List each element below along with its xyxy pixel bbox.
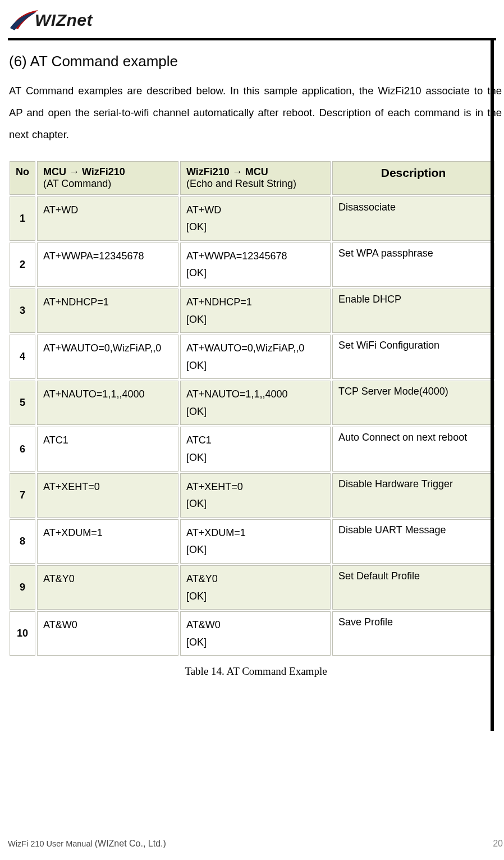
side-black-bar xyxy=(491,40,494,731)
cell-description: Disassociate xyxy=(332,196,494,241)
cell-description: Set WPA passphrase xyxy=(332,243,494,287)
cell-description: Set WiFi Configuration xyxy=(332,335,494,379)
cell-echo: ATC1[OK] xyxy=(180,427,331,471)
cell-command: ATC1 xyxy=(37,427,178,471)
cell-echo: AT+NDHCP=1[OK] xyxy=(180,289,331,333)
intro-paragraph: AT Command examples are described below.… xyxy=(9,80,502,146)
page-number: 20 xyxy=(493,839,503,849)
cell-echo: AT&W0[OK] xyxy=(180,611,331,656)
th-mcu-main: MCU → WizFi210 xyxy=(43,166,125,177)
th-mcu: MCU → WizFi210 (AT Command) xyxy=(37,161,178,195)
cell-echo: AT+NAUTO=1,1,,4000[OK] xyxy=(180,381,331,425)
table-header-row: No MCU → WizFi210 (AT Command) WizFi210 … xyxy=(10,161,494,195)
th-echo-main: WizFi210 → MCU xyxy=(186,166,268,177)
cell-no: 9 xyxy=(10,565,35,610)
cell-no: 3 xyxy=(10,289,35,333)
cell-echo: AT+XDUM=1[OK] xyxy=(180,519,331,564)
cell-command: AT+WWPA=12345678 xyxy=(37,243,178,287)
th-mcu-sub: (AT Command) xyxy=(43,178,172,190)
th-desc: Description xyxy=(332,161,494,195)
cell-description: TCP Server Mode(4000) xyxy=(332,381,494,425)
table-row: 3AT+NDHCP=1AT+NDHCP=1[OK]Enable DHCP xyxy=(10,289,494,333)
cell-description: Save Profile xyxy=(332,611,494,656)
cell-command: AT+NDHCP=1 xyxy=(37,289,178,333)
th-echo-sub: (Echo and Result String) xyxy=(186,178,324,190)
table-row: 8AT+XDUM=1AT+XDUM=1[OK]Disable UART Mess… xyxy=(10,519,494,564)
table-row: 1AT+WDAT+WD[OK]Disassociate xyxy=(10,196,494,241)
footer-company: (WIZnet Co., Ltd.) xyxy=(95,839,166,848)
table-row: 4AT+WAUTO=0,WizFiAP,,0AT+WAUTO=0,WizFiAP… xyxy=(10,335,494,379)
cell-command: AT&Y0 xyxy=(37,565,178,610)
cell-echo: AT+WAUTO=0,WizFiAP,,0[OK] xyxy=(180,335,331,379)
cell-no: 10 xyxy=(10,611,35,656)
cell-no: 8 xyxy=(10,519,35,564)
cell-echo: AT+WD[OK] xyxy=(180,196,331,241)
cell-no: 4 xyxy=(10,335,35,379)
cell-echo: AT+XEHT=0[OK] xyxy=(180,473,331,518)
footer-doc-title: WizFi 210 User Manual xyxy=(8,839,95,848)
cell-echo: AT&Y0[OK] xyxy=(180,565,331,610)
th-no: No xyxy=(10,161,35,195)
table-row: 7AT+XEHT=0AT+XEHT=0[OK]Disable Hardware … xyxy=(10,473,494,518)
logo-swoosh-icon xyxy=(8,8,40,33)
table-row: 9AT&Y0AT&Y0[OK]Set Default Profile xyxy=(10,565,494,610)
cell-command: AT+WD xyxy=(37,196,178,241)
header-rule xyxy=(8,38,496,40)
cell-no: 5 xyxy=(10,381,35,425)
cell-no: 6 xyxy=(10,427,35,471)
table-row: 5AT+NAUTO=1,1,,4000AT+NAUTO=1,1,,4000[OK… xyxy=(10,381,494,425)
cell-command: AT+NAUTO=1,1,,4000 xyxy=(37,381,178,425)
cell-command: AT+XEHT=0 xyxy=(37,473,178,518)
at-command-table: No MCU → WizFi210 (AT Command) WizFi210 … xyxy=(8,159,496,658)
th-echo: WizFi210 → MCU (Echo and Result String) xyxy=(180,161,331,195)
cell-description: Enable DHCP xyxy=(332,289,494,333)
table-row: 6ATC1ATC1[OK]Auto Connect on next reboot xyxy=(10,427,494,471)
cell-echo: AT+WWPA=12345678[OK] xyxy=(180,243,331,287)
logo-text: WIZnet xyxy=(35,11,93,30)
cell-command: AT&W0 xyxy=(37,611,178,656)
table-row: 2AT+WWPA=12345678AT+WWPA=12345678[OK]Set… xyxy=(10,243,494,287)
table-row: 10AT&W0AT&W0[OK]Save Profile xyxy=(10,611,494,656)
page-footer: WizFi 210 User Manual (WIZnet Co., Ltd.) xyxy=(8,839,496,849)
table-caption: Table 14. AT Command Example xyxy=(8,665,504,678)
cell-description: Disable UART Message xyxy=(332,519,494,564)
cell-description: Auto Connect on next reboot xyxy=(332,427,494,471)
cell-no: 1 xyxy=(10,196,35,241)
cell-no: 2 xyxy=(10,243,35,287)
cell-command: AT+XDUM=1 xyxy=(37,519,178,564)
cell-command: AT+WAUTO=0,WizFiAP,,0 xyxy=(37,335,178,379)
header-logo: WIZnet xyxy=(8,8,504,36)
cell-description: Disable Hardware Trigger xyxy=(332,473,494,518)
section-heading: (6) AT Command example xyxy=(9,53,504,70)
cell-no: 7 xyxy=(10,473,35,518)
cell-description: Set Default Profile xyxy=(332,565,494,610)
